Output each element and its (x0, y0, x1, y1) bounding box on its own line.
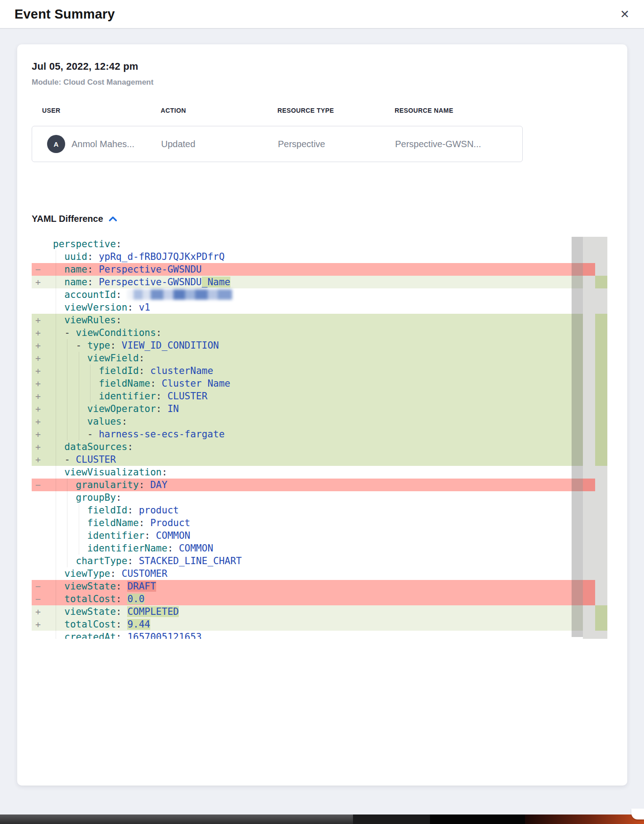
table-row: A Anmol Mahes... Updated Perspective Per… (32, 126, 523, 162)
yaml-diff-line: viewVersion: v1 (32, 301, 583, 314)
yaml-diff-line: + identifier: CLUSTER (32, 390, 583, 402)
diff-gutter-sign: + (35, 390, 41, 402)
yaml-diff-line: + fieldId: clusterName (32, 364, 583, 377)
diff-gutter-sign: + (35, 364, 41, 377)
page-title: Event Summary (14, 7, 115, 22)
yaml-diff-line: uuid: ypRq_d-fRBOJ7QJKxPDfrQ (32, 250, 583, 263)
diff-overview-ruler (583, 237, 607, 639)
diff-gutter-sign: + (35, 326, 41, 339)
yaml-diff-line: groupBy: (32, 491, 583, 504)
background-page-strip (0, 814, 644, 824)
audit-table-header: USER ACTION RESOURCE TYPE RESOURCE NAME (32, 107, 523, 114)
diff-gutter-sign: + (35, 402, 41, 415)
yaml-diff-editor[interactable]: perspective: uuid: ypRq_d-fRBOJ7QJKxPDfr… (32, 232, 607, 639)
ruler-added-mark (595, 605, 607, 631)
column-header-resource-type: RESOURCE TYPE (277, 107, 395, 114)
yaml-diff-line: viewVisualization: (32, 466, 583, 479)
diff-gutter-sign: + (35, 605, 41, 618)
yaml-diff-line: + fieldName: Cluster Name (32, 377, 583, 390)
yaml-diff-line: perspective: (32, 238, 583, 250)
redacted-account-id (127, 289, 232, 300)
yaml-difference-label: YAML Difference (32, 214, 103, 224)
yaml-diff-line: + - type: VIEW_ID_CONDITION (32, 339, 583, 352)
chevron-up-icon[interactable] (109, 216, 117, 224)
diff-gutter-sign: + (35, 428, 41, 441)
diff-gutter-sign: + (35, 276, 41, 288)
yaml-diff-line: identifier: COMMON (32, 529, 583, 542)
diff-gutter-sign: + (35, 377, 41, 390)
ruler-deleted-mark (583, 263, 595, 276)
yaml-diff-line: + viewOperator: IN (32, 402, 583, 415)
diff-gutter-sign: + (35, 618, 41, 631)
column-header-resource-name: RESOURCE NAME (395, 107, 523, 114)
resource-type-cell: Perspective (278, 139, 395, 149)
vertical-scrollbar-thumb[interactable] (572, 237, 583, 637)
resource-name-cell: Perspective-GWSN... (395, 139, 522, 149)
yaml-diff-line: − name: Perspective-GWSNDU (32, 263, 583, 276)
yaml-diff-line: + - CLUSTER (32, 453, 583, 466)
diff-gutter-sign: + (35, 441, 41, 453)
ruler-added-mark (595, 276, 607, 288)
yaml-diff-line: − granularity: DAY (32, 479, 583, 491)
yaml-diff-line: + name: Perspective-GWSNDU_Name (32, 276, 583, 288)
audit-table: USER ACTION RESOURCE TYPE RESOURCE NAME … (32, 107, 523, 162)
event-card: Jul 05, 2022, 12:42 pm Module: Cloud Cos… (17, 44, 627, 786)
yaml-diff-line: + - harness-se-ecs-fargate (32, 428, 583, 441)
diff-gutter-sign: + (35, 415, 41, 428)
yaml-diff-line: viewType: CUSTOMER (32, 567, 583, 580)
yaml-diff-line: − totalCost: 0.0 (32, 593, 583, 605)
diff-gutter-sign: + (35, 352, 41, 364)
diff-gutter-sign: + (35, 453, 41, 466)
user-name: Anmol Mahes... (72, 139, 134, 149)
ruler-deleted-mark (583, 580, 595, 605)
diff-gutter-sign: − (35, 580, 41, 593)
yaml-diff-line: fieldName: Product (32, 517, 583, 529)
column-header-user: USER (42, 107, 161, 114)
diff-gutter-sign: + (35, 339, 41, 352)
yaml-diff-line: + dataSources: (32, 441, 583, 453)
yaml-diff-line: + viewField: (32, 352, 583, 364)
background-card-corner (631, 809, 644, 819)
user-cell: A Anmol Mahes... (43, 135, 161, 153)
yaml-diff-line: createdAt: 1657005121653 (32, 631, 583, 639)
diff-gutter-sign: − (35, 593, 41, 605)
yaml-diff-line: + viewRules: (32, 314, 583, 326)
ruler-added-mark (595, 314, 607, 466)
event-summary-header: Event Summary ✕ (0, 0, 644, 29)
event-module: Module: Cloud Cost Management (32, 78, 613, 87)
diff-gutter-sign: + (35, 314, 41, 326)
action-cell: Updated (161, 139, 278, 149)
yaml-diff-lines: perspective: uuid: ypRq_d-fRBOJ7QJKxPDfr… (32, 238, 607, 639)
close-icon[interactable]: ✕ (616, 7, 633, 22)
diff-gutter-sign: − (35, 479, 41, 491)
event-timestamp: Jul 05, 2022, 12:42 pm (32, 61, 613, 72)
yaml-diff-line: chartType: STACKED_LINE_CHART (32, 555, 583, 567)
yaml-diff-line: + values: (32, 415, 583, 428)
yaml-diff-line: + - viewConditions: (32, 326, 583, 339)
yaml-diff-line: − viewState: DRAFT (32, 580, 583, 593)
column-header-action: ACTION (161, 107, 277, 114)
avatar: A (47, 135, 65, 153)
diff-gutter-sign: − (35, 263, 41, 276)
yaml-diff-line: + viewState: COMPLETED (32, 605, 583, 618)
yaml-diff-line: fieldId: product (32, 504, 583, 517)
yaml-diff-line: identifierName: COMMON (32, 542, 583, 555)
yaml-difference-toggle[interactable]: YAML Difference (32, 214, 613, 224)
yaml-diff-line: accountId: (32, 288, 583, 301)
yaml-diff-line: + totalCost: 9.44 (32, 618, 583, 631)
ruler-deleted-mark (583, 479, 595, 491)
